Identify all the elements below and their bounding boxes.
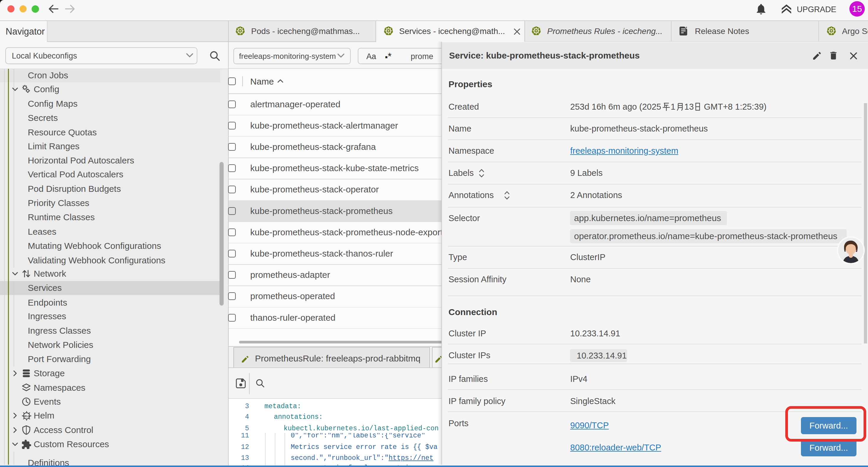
svg-text:HELM: HELM [23,415,30,418]
